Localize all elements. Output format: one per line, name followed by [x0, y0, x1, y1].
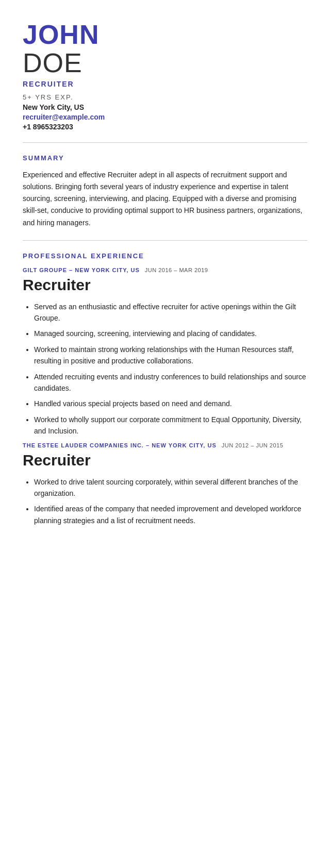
list-item: Worked to drive talent sourcing corporat…	[34, 476, 307, 499]
location-meta: New York City, US	[23, 103, 307, 111]
list-item: Served as an enthusiastic and effective …	[34, 301, 307, 324]
header: JOHN DOE RECRUITER 5+ YRS EXP. New York …	[23, 21, 307, 131]
list-item: Attended recruiting events and industry …	[34, 371, 307, 394]
summary-section: SUMMARY Experienced and effective Recrui…	[23, 154, 307, 228]
role-title: RECRUITER	[23, 80, 307, 88]
experience-title: PROFESSIONAL EXPERIENCE	[23, 252, 307, 260]
company-name-1: GILT GROUPE – NEW YORK CITY, US	[23, 267, 140, 273]
list-item: Identified areas of the company that nee…	[34, 503, 307, 526]
job-title-1: Recruiter	[23, 276, 307, 294]
bullet-list-1: Served as an enthusiastic and effective …	[23, 301, 307, 437]
phone-meta: +1 8965323203	[23, 123, 307, 131]
list-item: Worked to maintain strong working relati…	[34, 344, 307, 367]
job-title-2: Recruiter	[23, 452, 307, 469]
list-item: Worked to wholly support our corporate c…	[34, 414, 307, 437]
list-item: Handled various special projects based o…	[34, 398, 307, 409]
summary-text: Experienced and effective Recruiter adep…	[23, 169, 307, 228]
last-name: DOE	[23, 48, 82, 78]
name-display: JOHN DOE	[23, 21, 307, 77]
bullet-list-2: Worked to drive talent sourcing corporat…	[23, 476, 307, 527]
email-meta: recruiter@example.com	[23, 113, 307, 121]
divider-1	[23, 142, 307, 143]
list-item: Managed sourcing, screening, interviewin…	[34, 328, 307, 339]
first-name: JOHN	[23, 20, 99, 49]
company-dates-2: JUN 2012 – JUN 2015	[222, 442, 284, 448]
experience-meta: 5+ YRS EXP.	[23, 93, 307, 101]
company-dates-1: JUN 2016 – MAR 2019	[145, 267, 208, 273]
job-block-1: GILT GROUPE – NEW YORK CITY, US JUN 2016…	[23, 267, 307, 437]
summary-title: SUMMARY	[23, 154, 307, 162]
company-name-2: THE ESTEE LAUDER COMPANIES INC. – NEW YO…	[23, 442, 217, 448]
experience-section: PROFESSIONAL EXPERIENCE GILT GROUPE – NE…	[23, 252, 307, 526]
company-line-2: THE ESTEE LAUDER COMPANIES INC. – NEW YO…	[23, 442, 307, 448]
job-block-2: THE ESTEE LAUDER COMPANIES INC. – NEW YO…	[23, 442, 307, 527]
divider-2	[23, 240, 307, 241]
company-line-1: GILT GROUPE – NEW YORK CITY, US JUN 2016…	[23, 267, 307, 273]
